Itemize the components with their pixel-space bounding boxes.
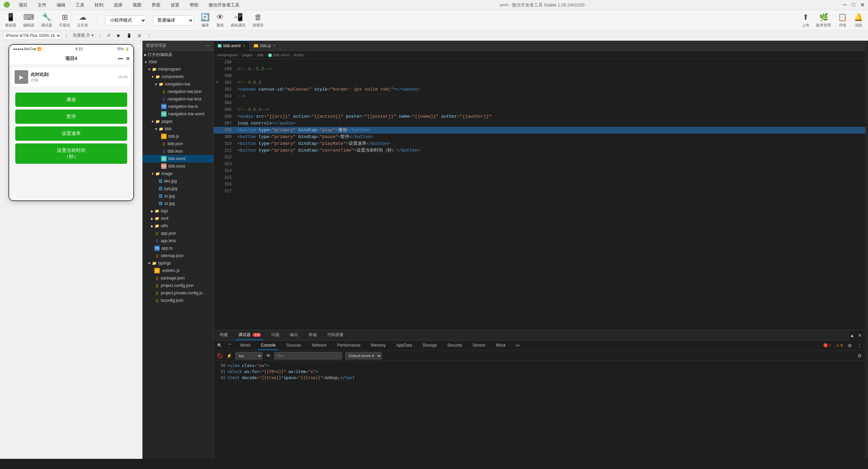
menu-interface[interactable]: 界面 (150, 1, 162, 9)
more-debugger-tabs[interactable]: >> (514, 343, 522, 348)
panel-collapse-btn[interactable]: ▲ (850, 333, 854, 338)
xm4-section[interactable]: ▼ XM4 (142, 59, 213, 65)
window-controls[interactable]: ─ □ ✕ (843, 2, 865, 8)
more-options-icon[interactable]: ⋮ (857, 343, 862, 348)
device-emulate-icon[interactable]: 📱 (227, 343, 232, 348)
tab-wxml-close[interactable]: ✕ (243, 44, 245, 48)
line-content[interactable] (236, 59, 865, 66)
line-content[interactable] (236, 188, 865, 195)
debugger-tab-security[interactable]: Security (445, 341, 465, 350)
bbb-less[interactable]: {} bbb.less (142, 148, 213, 155)
phone-pause-btn[interactable]: 暂停 (15, 110, 127, 124)
line-content[interactable] (236, 73, 865, 79)
mode-select[interactable]: 小程序模式 (105, 15, 146, 25)
compile-select[interactable]: 普通编译 (153, 15, 194, 25)
logs-folder[interactable]: ▶ 📁 logs (142, 207, 213, 215)
menu-goto[interactable]: 转到 (93, 1, 105, 9)
clear-cache-btn[interactable]: 🗑 清缓存 (252, 13, 264, 28)
hot-reload-btn[interactable]: 热重载 开 ▾ (71, 32, 95, 39)
menu-help[interactable]: 帮助 (188, 1, 200, 9)
phone-nav-close[interactable]: ✕ (126, 56, 130, 61)
line-content[interactable]: <button type="primary" bindtap="currentT… (236, 147, 865, 154)
line-content[interactable] (236, 154, 865, 161)
project-private-config[interactable]: {} project.private.config.js... (142, 289, 213, 297)
window-maximize-btn[interactable]: □ (852, 2, 855, 8)
line-content[interactable]: <button type="primary" bindtap="play">播放… (236, 127, 865, 134)
tab-bbb-wxml[interactable]: W bbb.wxml ✕ (214, 41, 250, 51)
nav-bar-wxml[interactable]: W navigation-bar.wxml (142, 110, 213, 118)
menu-wechat-devtools[interactable]: 微信开发者工具 (207, 1, 241, 9)
line-content[interactable] (236, 181, 865, 188)
code-editor[interactable]: 298299<!--4..5.2-->300▼301<!--4.6.2302<c… (214, 59, 865, 330)
device-select[interactable]: iPhone 6/7/8 Plus 100% 16 (3, 32, 61, 39)
inspect-icon[interactable]: 🔍 (217, 343, 222, 348)
default-levels-select[interactable]: Default levels ▾ (345, 352, 382, 359)
line-content[interactable]: --> (236, 93, 865, 100)
breadcrumb-bbb[interactable]: bbb (257, 53, 263, 57)
line-content[interactable]: <!--4.5.3--> (236, 106, 865, 113)
sz-jpg[interactable]: 🖼 sz.jpg (142, 200, 213, 207)
menu-file[interactable]: 文件 (36, 1, 48, 9)
console-clear-icon[interactable]: 🚫 (217, 353, 223, 358)
preview-btn[interactable]: 👁 预览 (216, 13, 224, 28)
nav-bar-less[interactable]: {} navigation-bar.less (142, 95, 213, 103)
menu-bar[interactable]: 🟢 项目 文件 编辑 工具 转到 选择 视图 界面 设置 帮助 微信开发者工具 (3, 1, 241, 9)
sitemap-json[interactable]: {} sitemap.json (142, 252, 213, 259)
breadcrumb-miniprogram[interactable]: miniprogram (217, 53, 238, 57)
menu-edit[interactable]: 编辑 (55, 1, 67, 9)
phone-play-btn[interactable]: 播放 (15, 93, 127, 107)
tab-issues[interactable]: 问题 (269, 330, 282, 340)
console-filter-icon[interactable]: ⚡ (226, 353, 232, 358)
menu-select[interactable]: 选择 (112, 1, 124, 9)
line-content[interactable] (236, 100, 865, 106)
debugger-tab-console[interactable]: Console (258, 341, 278, 350)
compile-btn[interactable]: 🔄 编译 (200, 13, 210, 28)
image-folder[interactable]: ▼ 📁 image (142, 170, 213, 177)
line-content[interactable]: <canvas canvas-id="myCanvas" style="bord… (236, 86, 865, 93)
window-minimize-btn[interactable]: ─ (843, 2, 847, 8)
line-content[interactable] (236, 174, 865, 181)
menu-tools[interactable]: 工具 (74, 1, 86, 9)
window-close-btn[interactable]: ✕ (860, 2, 865, 8)
bbb-json[interactable]: {} bbb.json (142, 140, 213, 148)
phone-nav-controls[interactable]: ••• ✕ (118, 56, 130, 61)
bbb-folder[interactable]: ▼ 📁 bbb (142, 125, 213, 133)
bbb-wxml[interactable]: W bbb.wxml (142, 155, 213, 162)
debugger-tab-memory[interactable]: Memory (368, 341, 388, 350)
phone-rate-btn[interactable]: 设置速率 (15, 126, 127, 141)
components-folder[interactable]: ▼ 📁 components (142, 73, 213, 80)
line-content[interactable] (236, 161, 865, 168)
debugger-tab-performance[interactable]: Performance (334, 341, 363, 350)
line-content[interactable]: loop controls></audio> (236, 120, 865, 127)
utils-folder[interactable]: ▶ 📁 utils (142, 222, 213, 230)
stop-btn[interactable]: ⏹ (115, 33, 122, 39)
editor-btn[interactable]: ⌨ 编辑器 (23, 13, 34, 28)
app-ts[interactable]: TS app.ts (142, 245, 213, 252)
debugger-tab-network[interactable]: Network (309, 341, 329, 350)
tab-debugger[interactable]: 调试器 1.8 (236, 330, 264, 340)
file-tree-menu-icon[interactable]: ⋯ (206, 43, 210, 48)
console-settings-icon[interactable]: ⚙ (857, 353, 862, 358)
breadcrumb-bbb-wxml[interactable]: W bbb.wxml (268, 53, 289, 57)
eslint-js[interactable]: JS .eslintrc.js (142, 267, 213, 274)
miniprogram-folder[interactable]: ▼ 📁 miniprogram (142, 65, 213, 73)
line-content[interactable]: <button type="primary" bindtap="playRate… (236, 140, 865, 147)
sc-jpg[interactable]: 🖼 sc.jpg (142, 192, 213, 200)
menu-view[interactable]: 视图 (131, 1, 143, 9)
kkx-jpg[interactable]: 🖼 kkx.jpg (142, 177, 213, 185)
tab-bbb-js[interactable]: JS bbb.js ✕ (250, 41, 280, 51)
line-content[interactable]: <!--4.6.2 (236, 79, 865, 86)
phone-btn[interactable]: 📱 (125, 33, 133, 39)
tsconfig-json[interactable]: {} tsconfig.json (142, 297, 213, 304)
visual-btn[interactable]: ⊞ 可视化 (59, 13, 70, 28)
debugger-tab-storage[interactable]: Storage (420, 341, 440, 350)
open-editors-section[interactable]: ▶ 打开的编辑器 (142, 51, 213, 59)
project-config-json[interactable]: {} project.config.json (142, 282, 213, 289)
pyq-jpg[interactable]: 🖼 pyq.jpg (142, 185, 213, 192)
breadcrumb-button[interactable]: button (294, 53, 304, 57)
package-json[interactable]: {} package.json (142, 274, 213, 282)
debugger-tab-mock[interactable]: Mock (493, 341, 508, 350)
menu-project[interactable]: 项目 (17, 1, 29, 9)
simulator-btn[interactable]: 📱 模拟器 (5, 13, 16, 28)
nav-bar-json[interactable]: {} navigation-bar.json (142, 88, 213, 95)
